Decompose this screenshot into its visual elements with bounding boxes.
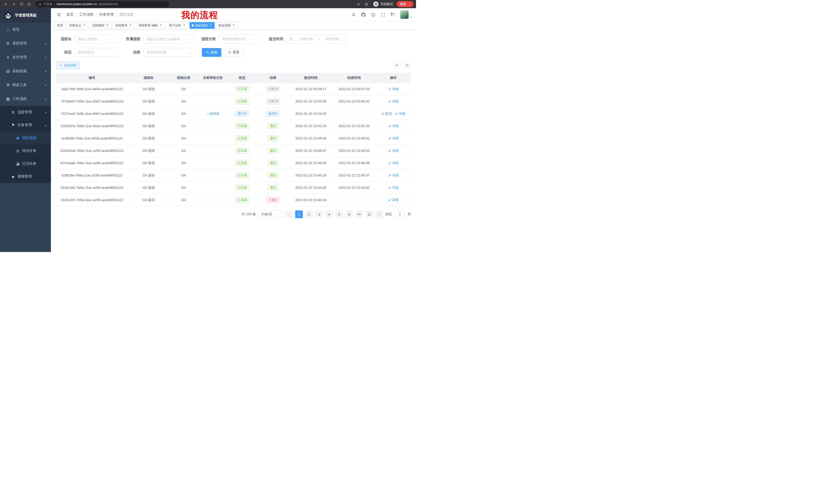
- detail-link[interactable]: 详情: [395, 111, 406, 116]
- sidebar-item-my-process[interactable]: ◉ 我的流程: [0, 132, 51, 144]
- sidebar-item-process-mgmt[interactable]: ≣ 流程管理: [0, 106, 51, 119]
- close-icon[interactable]: [129, 24, 132, 27]
- close-icon[interactable]: [182, 24, 186, 27]
- result-select[interactable]: 请选择流结果: [144, 48, 191, 57]
- status-select[interactable]: 请选择状态: [75, 48, 118, 57]
- reload-icon[interactable]: [18, 1, 25, 7]
- sidebar-item-infra[interactable]: ▤ 基础设施: [0, 64, 51, 78]
- refresh-button[interactable]: [403, 61, 411, 69]
- cell-id: ec45f38f-7b9a-11ec-b03b-acde48001122: [56, 136, 128, 140]
- detail-link[interactable]: 详情: [388, 161, 399, 165]
- next-page-button[interactable]: [375, 211, 383, 218]
- forward-icon[interactable]: [10, 1, 17, 7]
- sidebar-item-system[interactable]: ⚙ 系统管理: [0, 36, 51, 50]
- url-domain[interactable]: dashboard.yudao.iocoder.cn: [57, 2, 97, 6]
- table-row: 7317cec6-7b9b-11ec-b5b7-acde48001122 OA …: [56, 108, 411, 120]
- breadcrumb-item[interactable]: 首页: [66, 12, 79, 17]
- process-name-input[interactable]: [75, 35, 118, 44]
- detail-link[interactable]: 详情: [388, 148, 399, 153]
- search-button[interactable]: 搜索: [202, 48, 222, 57]
- detail-link[interactable]: 详情: [388, 198, 399, 202]
- menu-kebab-icon[interactable]: [408, 2, 411, 6]
- question-icon[interactable]: ?: [369, 11, 377, 19]
- page-button[interactable]: 4: [325, 211, 333, 218]
- result-badge: 通过: [267, 172, 279, 178]
- back-icon[interactable]: [3, 1, 9, 7]
- close-icon[interactable]: [159, 24, 163, 27]
- page-button[interactable]: 1: [295, 211, 303, 218]
- sidebar-item-workflow[interactable]: ▦ 工作流程: [0, 92, 51, 106]
- prev-page-button[interactable]: [285, 211, 293, 218]
- avatar-menu[interactable]: [400, 10, 412, 19]
- close-icon[interactable]: [209, 24, 212, 27]
- detail-link[interactable]: 详情: [388, 124, 399, 129]
- sidebar-item-task-mgmt[interactable]: ⚑ 任务管理: [0, 119, 51, 132]
- cell-category: OA: [169, 198, 198, 202]
- detail-link[interactable]: 详情: [388, 87, 399, 91]
- breadcrumb-item[interactable]: 工作流程: [79, 12, 99, 17]
- cell-submit-time: 2022-01-22 23:49:46: [289, 136, 332, 140]
- security-label[interactable]: 不安全: [44, 2, 53, 6]
- tab[interactable]: 流程定义: [67, 22, 88, 29]
- submit-time-range-picker[interactable]: 开始日期 - 结束日期: [286, 35, 347, 44]
- briefcase-icon: ▦: [5, 96, 11, 101]
- search-icon[interactable]: [350, 11, 357, 19]
- sidebar-item-label: 系统管理: [12, 41, 27, 46]
- task-link[interactable]: 一级审批: [206, 111, 219, 116]
- tab[interactable]: 流程表单-编辑: [136, 22, 165, 29]
- font-size-icon[interactable]: [389, 11, 396, 19]
- close-icon[interactable]: [232, 24, 235, 27]
- avatar[interactable]: [400, 10, 409, 19]
- sidebar-item-home[interactable]: ⌂ 首页: [0, 23, 51, 36]
- goto-page-input[interactable]: [394, 211, 405, 218]
- sidebar-item-todo-tasks[interactable]: ◎ 待办任务: [0, 144, 51, 157]
- edit-icon: [388, 100, 391, 103]
- detail-link[interactable]: 详情: [388, 99, 399, 104]
- app-logo[interactable]: 芋道管理系统: [0, 8, 51, 23]
- sidebar-item-done-tasks[interactable]: ◪ 已办任务: [0, 157, 51, 170]
- process-definition-input[interactable]: [144, 35, 193, 44]
- star-icon[interactable]: [363, 1, 370, 7]
- cancel-link[interactable]: 取消: [381, 111, 392, 116]
- cell-process-name: OA 请假: [128, 173, 169, 178]
- create-process-button[interactable]: 发起流程: [56, 61, 80, 69]
- address-bar[interactable]: 不安全 dashboard.yudao.iocoder.cn /bpm/task…: [35, 1, 169, 7]
- hamburger-icon[interactable]: [55, 11, 63, 19]
- detail-link-label: 详情: [392, 161, 399, 165]
- page-button[interactable]: 6: [345, 211, 353, 218]
- breadcrumb-item[interactable]: 任务管理: [99, 12, 119, 17]
- page-button[interactable]: 11: [365, 211, 373, 218]
- key-icon[interactable]: [355, 1, 362, 7]
- chevron-icon: [45, 42, 46, 45]
- page-button[interactable]: •••: [355, 211, 363, 218]
- tab[interactable]: 我的流程: [189, 22, 215, 29]
- close-icon[interactable]: [82, 24, 86, 27]
- update-button[interactable]: 更新: [397, 1, 413, 7]
- tab[interactable]: 流程模型: [90, 22, 111, 29]
- search-toggle-button[interactable]: [393, 61, 400, 69]
- tab[interactable]: 发起流程: [216, 22, 238, 29]
- fullscreen-icon[interactable]: [379, 11, 387, 19]
- page-button[interactable]: 5: [335, 211, 343, 218]
- tab[interactable]: 首页: [54, 22, 65, 29]
- sidebar-item-leave-query[interactable]: ☻ 请假查询: [0, 170, 51, 183]
- detail-link[interactable]: 详情: [388, 136, 399, 141]
- url-path[interactable]: /bpm/task/my: [99, 2, 118, 6]
- github-icon[interactable]: [359, 11, 367, 19]
- breadcrumb-item[interactable]: 我的流程: [119, 12, 134, 17]
- close-icon[interactable]: [106, 24, 109, 27]
- detail-link[interactable]: 详情: [388, 186, 399, 190]
- page-button[interactable]: 3: [315, 211, 323, 218]
- home-icon[interactable]: [26, 1, 32, 7]
- tab[interactable]: 用户分组: [166, 22, 188, 29]
- sidebar-item-devtools[interactable]: ⚒ 研发工具: [0, 78, 51, 92]
- page-button[interactable]: 2: [305, 211, 313, 218]
- detail-link-label: 详情: [392, 186, 399, 190]
- reset-button[interactable]: 重置: [224, 48, 243, 57]
- page-size-select[interactable]: 10条/页: [258, 211, 283, 218]
- tab[interactable]: 流程表单: [113, 22, 135, 29]
- column-header: 提交时间: [289, 76, 332, 80]
- detail-link[interactable]: 详情: [388, 173, 399, 178]
- sidebar-item-payment[interactable]: ¥ 支付管理: [0, 50, 51, 64]
- process-category-select[interactable]: 请选择流程分类: [219, 35, 261, 44]
